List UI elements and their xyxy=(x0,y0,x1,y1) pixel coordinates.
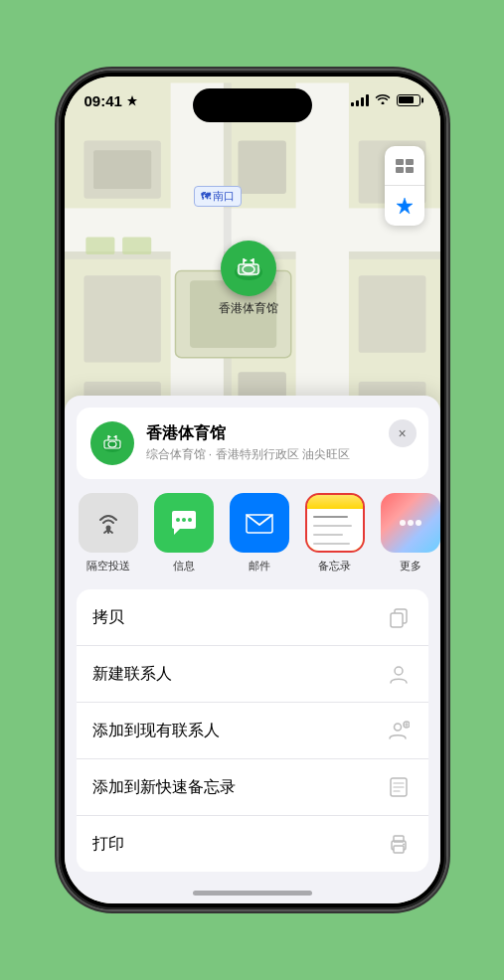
action-list: 拷贝 新建联系人 xyxy=(77,589,428,872)
home-indicator xyxy=(193,891,312,896)
messages-icon xyxy=(154,493,214,553)
action-copy[interactable]: 拷贝 xyxy=(77,589,428,646)
print-label: 打印 xyxy=(92,834,385,855)
svg-rect-16 xyxy=(85,238,114,254)
svg-rect-23 xyxy=(396,167,404,173)
svg-marker-30 xyxy=(244,258,248,262)
close-button[interactable]: × xyxy=(389,419,417,447)
person-add-icon xyxy=(385,717,413,744)
svg-point-43 xyxy=(176,518,180,522)
action-print[interactable]: 打印 xyxy=(77,816,428,872)
more-label: 更多 xyxy=(400,559,421,573)
svg-rect-21 xyxy=(396,159,404,165)
share-notes[interactable]: 备忘录 xyxy=(303,493,367,573)
svg-point-53 xyxy=(394,724,401,731)
status-icons xyxy=(351,92,420,107)
memo-icon xyxy=(385,773,413,801)
airdrop-label: 隔空投送 xyxy=(86,559,130,573)
svg-point-52 xyxy=(395,667,403,675)
svg-point-44 xyxy=(182,518,186,522)
venue-card: 香港体育馆 综合体育馆 · 香港特别行政区 油尖旺区 × xyxy=(77,408,428,479)
svg-rect-8 xyxy=(238,141,285,194)
svg-point-49 xyxy=(416,520,421,526)
person-icon xyxy=(385,660,413,688)
messages-label: 信息 xyxy=(173,559,195,573)
map-controls[interactable] xyxy=(385,146,424,226)
airdrop-icon xyxy=(79,493,138,553)
share-row: 隔空投送 信息 xyxy=(65,479,440,581)
phone-frame: 09:41 xyxy=(59,71,446,909)
svg-point-47 xyxy=(400,520,406,526)
map-north-entrance-label: 🗺 南口 xyxy=(194,186,243,207)
wifi-icon xyxy=(375,92,391,107)
venue-info: 香港体育馆 综合体育馆 · 香港特别行政区 油尖旺区 xyxy=(146,423,415,463)
svg-marker-32 xyxy=(250,258,253,262)
svg-rect-17 xyxy=(122,238,151,254)
svg-point-48 xyxy=(408,520,414,526)
notes-icon xyxy=(305,493,365,553)
venue-subtitle: 综合体育馆 · 香港特别行政区 油尖旺区 xyxy=(146,446,415,463)
svg-rect-24 xyxy=(406,167,414,173)
stadium-pin: 香港体育馆 xyxy=(219,241,278,317)
signal-icon xyxy=(351,94,369,106)
map-type-button[interactable] xyxy=(385,146,424,186)
battery-icon xyxy=(397,94,420,106)
new-contact-label: 新建联系人 xyxy=(92,664,385,685)
notes-label: 备忘录 xyxy=(318,559,351,573)
svg-point-33 xyxy=(102,440,122,452)
action-quick-note[interactable]: 添加到新快速备忘录 xyxy=(77,759,428,816)
copy-label: 拷贝 xyxy=(92,607,385,628)
svg-marker-37 xyxy=(108,435,111,438)
location-button[interactable] xyxy=(385,186,424,226)
action-new-contact[interactable]: 新建联系人 xyxy=(77,646,428,703)
svg-rect-13 xyxy=(358,275,425,353)
share-messages[interactable]: 信息 xyxy=(152,493,216,573)
venue-name: 香港体育馆 xyxy=(146,423,415,444)
venue-icon xyxy=(90,421,134,465)
add-existing-label: 添加到现有联系人 xyxy=(92,721,385,741)
bottom-sheet: 香港体育馆 综合体育馆 · 香港特别行政区 油尖旺区 × xyxy=(65,396,440,903)
svg-rect-51 xyxy=(391,613,403,627)
svg-rect-62 xyxy=(394,846,404,853)
copy-icon xyxy=(385,603,413,631)
quick-note-label: 添加到新快速备忘录 xyxy=(92,777,385,798)
mail-label: 邮件 xyxy=(249,559,270,573)
print-icon xyxy=(385,830,413,858)
mail-icon xyxy=(230,493,289,553)
more-icon xyxy=(381,493,440,553)
action-add-existing[interactable]: 添加到现有联系人 xyxy=(77,703,428,759)
share-more[interactable]: 更多 xyxy=(379,493,440,573)
pin-circle xyxy=(221,241,276,296)
phone-screen: 09:41 xyxy=(65,77,440,903)
svg-rect-22 xyxy=(406,159,414,165)
status-time: 09:41 xyxy=(84,92,137,109)
svg-point-64 xyxy=(403,844,405,846)
svg-marker-39 xyxy=(113,435,116,438)
svg-rect-7 xyxy=(93,150,151,189)
share-mail[interactable]: 邮件 xyxy=(228,493,291,573)
svg-point-45 xyxy=(188,518,192,522)
share-airdrop[interactable]: 隔空投送 xyxy=(77,493,140,573)
svg-rect-10 xyxy=(84,275,161,362)
pin-label: 香港体育馆 xyxy=(219,300,278,317)
dynamic-island xyxy=(193,88,312,122)
